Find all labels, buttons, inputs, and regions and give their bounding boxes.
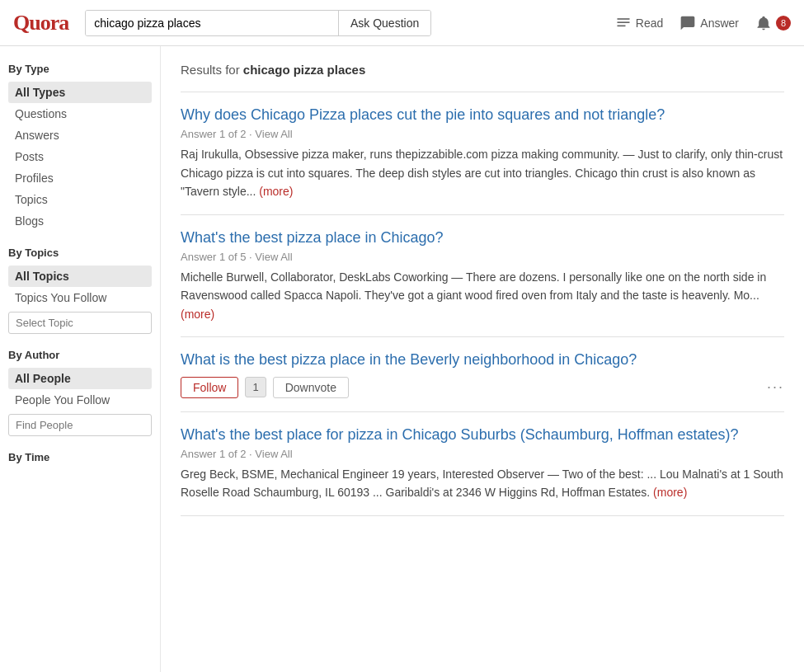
svg-rect-1: [617, 21, 629, 23]
divider-4: [181, 515, 784, 516]
sidebar-item-answers[interactable]: Answers: [8, 125, 152, 146]
result-3-title[interactable]: What is the best pizza place in the Beve…: [181, 351, 637, 368]
divider-3: [181, 411, 784, 412]
result-4-snippet: Greg Beck, BSME, Mechanical Engineer 19 …: [181, 465, 784, 502]
bell-icon: [755, 15, 772, 31]
result-1-snippet: Raj Irukulla, Obsessive pizza maker, run…: [181, 145, 784, 200]
answer-icon: [679, 15, 696, 31]
find-people-input[interactable]: [8, 414, 152, 436]
downvote-button[interactable]: Downvote: [273, 377, 349, 398]
notifications-nav-item[interactable]: 8: [755, 15, 791, 31]
header: Quora Ask Question Read Answer 8: [0, 0, 804, 46]
results-query: chicago pizza places: [243, 63, 365, 77]
read-icon: [615, 15, 632, 31]
sidebar-item-posts[interactable]: Posts: [8, 146, 152, 167]
svg-rect-2: [617, 25, 625, 26]
result-4-title[interactable]: What's the best place for pizza in Chica…: [181, 426, 738, 443]
sidebar: By Type All Types Questions Answers Post…: [0, 46, 161, 672]
results-header: Results for chicago pizza places: [181, 63, 784, 77]
result-1-title[interactable]: Why does Chicago Pizza places cut the pi…: [181, 106, 665, 123]
sidebar-item-people-you-follow[interactable]: People You Follow: [8, 389, 152, 411]
sidebar-item-topics-you-follow[interactable]: Topics You Follow: [8, 287, 152, 308]
more-options-button[interactable]: ···: [767, 378, 784, 396]
result-2-more-link[interactable]: (more): [181, 308, 214, 321]
by-type-heading: By Type: [8, 63, 152, 75]
main-layout: By Type All Types Questions Answers Post…: [0, 46, 804, 672]
sidebar-item-blogs[interactable]: Blogs: [8, 210, 152, 232]
result-2-snippet-text: Michelle Burwell, Collaborator, DeskLabs…: [181, 270, 766, 302]
divider-1: [181, 214, 784, 215]
logo[interactable]: Quora: [13, 11, 68, 35]
search-input[interactable]: [86, 11, 338, 35]
sidebar-item-questions[interactable]: Questions: [8, 103, 152, 125]
search-box: Ask Question: [85, 10, 431, 36]
sidebar-item-topics[interactable]: Topics: [8, 189, 152, 210]
result-2-title[interactable]: What's the best pizza place in Chicago?: [181, 229, 444, 246]
sidebar-item-all-topics[interactable]: All Topics: [8, 266, 152, 287]
result-1-meta: Answer 1 of 2 · View All: [181, 128, 784, 140]
result-4-more-link[interactable]: (more): [653, 486, 687, 499]
follow-button[interactable]: Follow: [181, 377, 238, 398]
content: Results for chicago pizza places Why doe…: [161, 46, 804, 672]
answer-label: Answer: [700, 16, 739, 30]
select-topic-input[interactable]: [8, 312, 152, 334]
sidebar-item-all-types[interactable]: All Types: [8, 82, 152, 103]
nav-actions: Read Answer 8: [615, 15, 791, 31]
result-2-snippet: Michelle Burwell, Collaborator, DeskLabs…: [181, 268, 784, 323]
read-label: Read: [636, 16, 663, 30]
follow-bar: Follow 1 Downvote ···: [181, 377, 784, 398]
sidebar-item-all-people[interactable]: All People: [8, 368, 152, 389]
answer-nav-item[interactable]: Answer: [679, 15, 739, 31]
by-author-heading: By Author: [8, 349, 152, 361]
result-item-4: What's the best place for pizza in Chica…: [181, 425, 784, 502]
result-item-2: What's the best pizza place in Chicago? …: [181, 228, 784, 324]
notification-badge: 8: [776, 16, 791, 31]
follow-count: 1: [245, 377, 266, 397]
result-4-snippet-text: Greg Beck, BSME, Mechanical Engineer 19 …: [181, 468, 783, 499]
result-4-meta: Answer 1 of 2 · View All: [181, 448, 784, 460]
divider-0: [181, 92, 784, 92]
result-2-meta: Answer 1 of 5 · View All: [181, 251, 784, 263]
ask-question-button[interactable]: Ask Question: [338, 11, 430, 35]
result-item-3: What is the best pizza place in the Beve…: [181, 350, 784, 397]
divider-2: [181, 336, 784, 337]
result-item-1: Why does Chicago Pizza places cut the pi…: [181, 106, 784, 201]
sidebar-item-profiles[interactable]: Profiles: [8, 167, 152, 189]
by-time-heading: By Time: [8, 451, 152, 463]
svg-rect-0: [617, 18, 629, 20]
by-topics-heading: By Topics: [8, 247, 152, 259]
result-1-more-link[interactable]: (more): [259, 185, 293, 198]
read-nav-item[interactable]: Read: [615, 15, 663, 31]
results-header-text: Results for: [181, 63, 243, 77]
